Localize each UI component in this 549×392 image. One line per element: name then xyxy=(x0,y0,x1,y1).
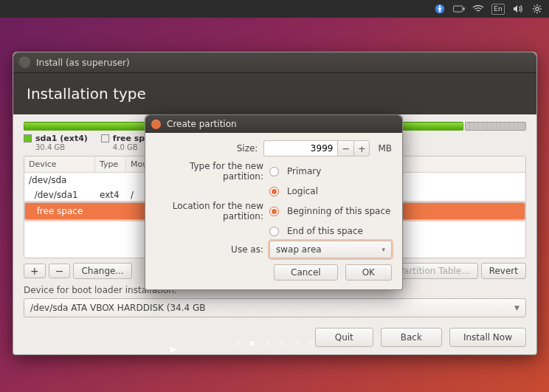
svg-line-9 xyxy=(534,6,536,7)
cell-device: free space xyxy=(31,206,102,216)
dialog-close-button[interactable] xyxy=(151,120,161,129)
legend-item-sda1: sda1 (ext4) 30.4 GB xyxy=(24,134,88,151)
radio-beginning-label: Beginning of this space xyxy=(287,206,390,216)
cell-type: ext4 xyxy=(100,190,131,200)
window-close-button[interactable] xyxy=(19,57,30,68)
svg-rect-3 xyxy=(463,7,465,10)
chevron-down-icon: ▾ xyxy=(381,246,385,253)
page-indicator-dots xyxy=(0,341,549,345)
disk-segment-free[interactable] xyxy=(465,122,526,131)
radio-primary-label: Primary xyxy=(287,166,321,176)
legend-swatch-icon xyxy=(101,134,109,142)
add-partition-button[interactable]: + xyxy=(24,264,46,278)
type-label: Type for the new partition: xyxy=(156,161,269,182)
cell-device: /dev/sda xyxy=(29,175,100,185)
radio-primary[interactable] xyxy=(269,167,279,176)
window-title: Install (as superuser) xyxy=(36,58,130,68)
size-input[interactable] xyxy=(263,140,337,157)
radio-end[interactable] xyxy=(269,227,279,236)
legend-swatch-icon xyxy=(24,134,32,142)
dialog-cancel-button[interactable]: Cancel xyxy=(274,264,338,281)
svg-point-4 xyxy=(536,7,539,10)
location-label: Location for the new partition: xyxy=(156,201,269,221)
col-type[interactable]: Type xyxy=(95,157,126,172)
svg-line-10 xyxy=(539,11,541,13)
chevron-down-icon: ▼ xyxy=(514,304,519,312)
dialog-ok-button[interactable]: OK xyxy=(345,264,392,281)
battery-icon[interactable] xyxy=(453,3,465,15)
legend-size: 30.4 GB xyxy=(35,143,88,151)
size-unit: MB xyxy=(378,143,392,154)
network-icon[interactable] xyxy=(472,3,484,15)
create-partition-dialog: Create partition Size: − + MB Type for t… xyxy=(145,114,403,290)
size-label: Size: xyxy=(156,143,263,154)
use-as-label: Use as: xyxy=(156,244,269,255)
svg-line-12 xyxy=(534,11,536,13)
svg-line-11 xyxy=(539,6,541,7)
page-heading: Installation type xyxy=(13,73,536,114)
legend-name: sda1 (ext4) xyxy=(35,134,88,143)
keyboard-lang-indicator[interactable]: En xyxy=(491,4,505,15)
radio-beginning[interactable] xyxy=(269,207,279,216)
radio-end-label: End of this space xyxy=(287,226,363,236)
size-spinbox[interactable]: − + xyxy=(263,140,370,157)
change-partition-button[interactable]: Change... xyxy=(73,263,131,279)
svg-rect-2 xyxy=(453,6,462,12)
dialog-title: Create partition xyxy=(167,119,237,129)
svg-point-1 xyxy=(439,5,441,7)
size-decrement-button[interactable]: − xyxy=(337,140,353,157)
cell-type xyxy=(100,175,131,185)
radio-logical[interactable] xyxy=(269,187,279,196)
window-titlebar: Install (as superuser) xyxy=(13,52,536,73)
volume-icon[interactable] xyxy=(512,3,524,15)
boot-loader-select[interactable]: /dev/sda ATA VBOX HARDDISK (34.4 GB ▼ xyxy=(24,298,526,317)
boot-loader-value: /dev/sda ATA VBOX HARDDISK (34.4 GB xyxy=(30,303,206,313)
remove-partition-button[interactable]: − xyxy=(49,264,71,278)
size-increment-button[interactable]: + xyxy=(353,140,370,157)
cell-device: /dev/sda1 xyxy=(29,190,100,200)
accessibility-icon[interactable] xyxy=(434,3,446,15)
settings-gear-icon[interactable] xyxy=(531,3,543,15)
revert-button[interactable]: Revert xyxy=(481,263,526,279)
use-as-select[interactable]: swap area ▾ xyxy=(269,241,392,258)
dialog-titlebar: Create partition xyxy=(145,115,402,133)
col-device[interactable]: Device xyxy=(24,157,95,172)
radio-logical-label: Logical xyxy=(287,186,318,196)
use-as-value: swap area xyxy=(276,244,322,255)
system-topbar: En xyxy=(0,0,549,18)
